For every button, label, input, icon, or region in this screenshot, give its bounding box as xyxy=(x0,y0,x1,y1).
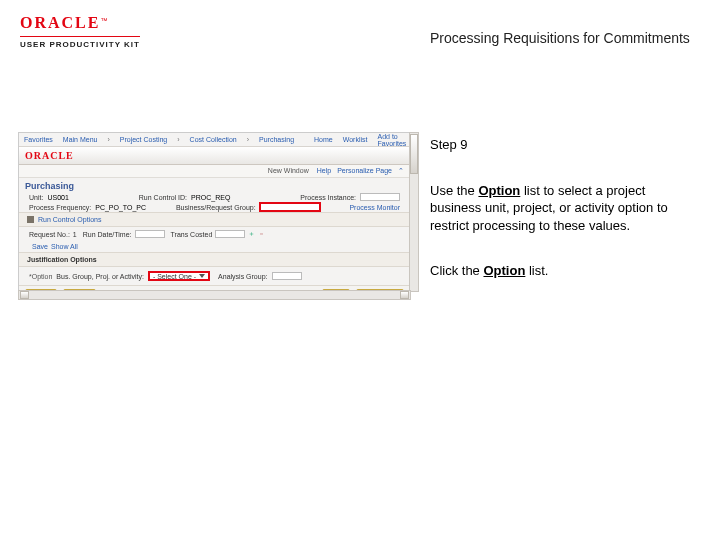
row-add-icon[interactable]: ＋ xyxy=(248,229,255,239)
crumb-purchasing[interactable]: Purchasing xyxy=(259,136,294,143)
run-date-input[interactable] xyxy=(135,230,165,238)
option-sublabel: Bus. Group, Proj. or Activity: xyxy=(56,273,144,280)
crumb-project-costing[interactable]: Project Costing xyxy=(120,136,167,143)
arrow-up-icon[interactable]: ⌃ xyxy=(398,167,404,175)
chevron-right-icon: › xyxy=(177,136,179,143)
instruction-click: Click the Option list. xyxy=(430,262,690,280)
show-all-link[interactable]: Show All xyxy=(51,243,78,250)
process-instance-label: Process Instance: xyxy=(300,194,356,201)
app-breadcrumb-bar: Favorites Main Menu › Project Costing › … xyxy=(19,133,410,147)
runctl-label: Run Control ID: xyxy=(139,194,187,201)
oracle-mini-logo: ORACLE xyxy=(25,150,74,161)
run-date-label: Run Date/Time: xyxy=(83,231,132,238)
instruction-click-option: Option xyxy=(483,263,525,278)
logo-tm: ™ xyxy=(100,17,107,24)
option-label: *Option xyxy=(29,273,52,280)
process-instance-input[interactable] xyxy=(360,193,400,201)
chevron-down-icon xyxy=(199,274,205,278)
analysis-group-input[interactable] xyxy=(272,272,302,280)
trans-costed-label: Trans Costed xyxy=(171,231,213,238)
chevron-right-icon: › xyxy=(107,136,109,143)
save-link[interactable]: Save xyxy=(32,243,48,250)
process-freq-label: Process Frequency: xyxy=(29,204,91,211)
trans-costed-input[interactable] xyxy=(215,230,245,238)
chevron-right-icon: › xyxy=(247,136,249,143)
unit-value: US001 xyxy=(47,194,68,201)
logo-subtitle: USER PRODUCTIVITY KIT xyxy=(20,40,140,49)
link-row: Save Show All xyxy=(19,241,410,252)
form-row-freq: Process Frequency: PC_PO_TO_PC Business/… xyxy=(19,202,410,212)
request-no-label: Request No.: xyxy=(29,231,70,238)
instruction-body-option: Option xyxy=(478,183,520,198)
module-title: Purchasing xyxy=(19,178,410,192)
crumb-favorites[interactable]: Favorites xyxy=(24,136,53,143)
analysis-group-label: Analysis Group: xyxy=(218,273,267,280)
sub-personalize[interactable]: Personalize Page xyxy=(337,167,392,175)
scrollbar-left-button[interactable] xyxy=(20,291,29,299)
instruction-body: Use the Option list to select a project … xyxy=(430,182,690,235)
app-subheader: New Window Help Personalize Page ⌃ xyxy=(19,165,410,178)
business-group-input[interactable] xyxy=(260,203,320,211)
instruction-panel: Step 9 Use the Option list to select a p… xyxy=(430,136,690,308)
nav-favorites[interactable]: Add to Favorites xyxy=(378,133,407,147)
option-select-value: - Select One - xyxy=(153,273,196,280)
section-run-label: Run Control Options xyxy=(38,216,101,223)
business-group-label: Business/Request Group: xyxy=(176,204,256,211)
scrollbar-thumb[interactable] xyxy=(410,134,418,174)
instruction-click-1: Click the xyxy=(430,263,483,278)
horizontal-scrollbar[interactable] xyxy=(18,290,411,300)
option-select[interactable]: - Select One - xyxy=(148,271,210,281)
unit-label: Unit: xyxy=(29,194,43,201)
scrollbar-right-button[interactable] xyxy=(400,291,409,299)
page-title: Processing Requisitions for Commitments xyxy=(430,30,690,46)
form-row-unit: Unit: US001 Run Control ID: PROC_REQ Pro… xyxy=(19,192,410,202)
section-run-control[interactable]: Run Control Options xyxy=(19,212,410,227)
app-header-bar: ORACLE xyxy=(19,147,410,165)
run-row: Request No.: 1 Run Date/Time: Trans Cost… xyxy=(19,227,410,241)
criteria-row: *Option Bus. Group, Proj. or Activity: -… xyxy=(19,267,410,285)
instruction-click-2: list. xyxy=(525,263,548,278)
process-monitor-link[interactable]: Process Monitor xyxy=(349,204,400,211)
sub-help[interactable]: Help xyxy=(317,167,331,175)
runctl-value: PROC_REQ xyxy=(191,194,230,201)
crumb-main-menu[interactable]: Main Menu xyxy=(63,136,98,143)
section-criteria[interactable]: Justification Options xyxy=(19,252,410,267)
app-screenshot: Favorites Main Menu › Project Costing › … xyxy=(18,132,411,292)
nav-home[interactable]: Home xyxy=(314,136,333,143)
logo: ORACLE™ USER PRODUCTIVITY KIT xyxy=(20,14,140,49)
process-freq-value: PC_PO_TO_PC xyxy=(95,204,146,211)
row-remove-icon[interactable]: － xyxy=(258,229,265,239)
logo-divider xyxy=(20,36,140,37)
nav-worklist[interactable]: Worklist xyxy=(343,136,368,143)
sub-new-window[interactable]: New Window xyxy=(268,167,309,175)
section-criteria-label: Justification Options xyxy=(27,256,97,263)
logo-text: ORACLE xyxy=(20,14,100,31)
crumb-cost-collection[interactable]: Cost Collection xyxy=(190,136,237,143)
request-no-value: 1 xyxy=(73,231,77,238)
instruction-body-1: Use the xyxy=(430,183,478,198)
step-label: Step 9 xyxy=(430,136,690,154)
vertical-scrollbar[interactable] xyxy=(409,132,419,292)
collapse-icon xyxy=(27,216,34,223)
